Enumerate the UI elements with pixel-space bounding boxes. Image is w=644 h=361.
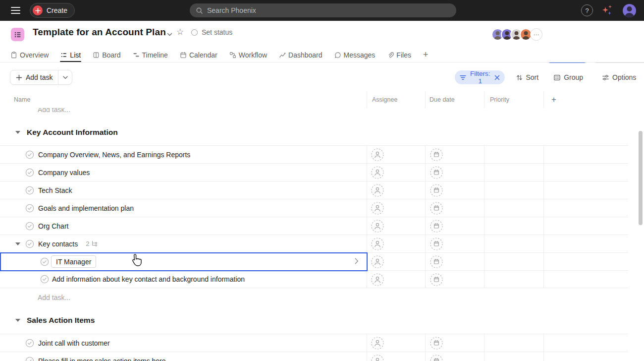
global-search[interactable] <box>190 3 456 17</box>
add-task-row[interactable]: Add task... <box>0 288 628 306</box>
options-button[interactable]: Options <box>602 73 636 81</box>
hamburger-menu-icon[interactable] <box>9 4 22 17</box>
collapse-triangle-icon[interactable] <box>15 319 20 322</box>
user-avatar[interactable] <box>623 4 636 17</box>
topbar-right: ? <box>581 0 636 21</box>
task-row[interactable]: Company Overview, News, and Earnings Rep… <box>0 145 628 163</box>
check-circle-icon[interactable] <box>25 186 34 195</box>
add-view-button[interactable]: + <box>423 48 429 62</box>
task-title: Org Chart <box>38 222 68 230</box>
check-circle-icon[interactable] <box>40 275 49 284</box>
assignee-placeholder-icon[interactable] <box>371 184 384 199</box>
filters-label: Filters: 1 <box>470 70 490 85</box>
check-circle-icon[interactable] <box>40 257 49 266</box>
column-header-due-date[interactable]: Due date <box>425 91 484 108</box>
help-button[interactable]: ? <box>581 4 593 16</box>
add-column-button[interactable]: + <box>543 91 628 108</box>
due-date-placeholder-icon[interactable] <box>430 166 443 181</box>
tab-overview[interactable]: Overview <box>10 48 49 62</box>
group-button[interactable]: Group <box>553 73 583 81</box>
tab-board[interactable]: Board <box>92 48 121 62</box>
task-row[interactable]: Please fill in more sales action items h… <box>0 352 628 361</box>
expand-triangle-icon[interactable] <box>15 242 20 245</box>
list-emoji-icon[interactable] <box>11 28 24 41</box>
search-icon <box>196 7 203 14</box>
task-row-key-contacts[interactable]: Key contacts 2 <box>0 235 628 252</box>
section-header-key-account-information[interactable]: Key Account Information <box>0 119 628 145</box>
due-date-placeholder-icon[interactable] <box>430 238 443 252</box>
collapse-triangle-icon[interactable] <box>15 131 20 134</box>
tab-dashboard[interactable]: Dashboard <box>278 48 323 62</box>
tab-workflow[interactable]: Workflow <box>229 48 268 62</box>
assignee-placeholder-icon[interactable] <box>371 255 384 270</box>
due-date-placeholder-icon[interactable] <box>430 337 443 352</box>
assignee-placeholder-icon[interactable] <box>371 202 384 217</box>
add-task-button[interactable]: Add task <box>10 70 58 84</box>
due-date-placeholder-icon[interactable] <box>430 202 443 217</box>
sort-label: Sort <box>526 73 539 81</box>
task-row-it-manager-selected[interactable]: IT Manager <box>0 252 628 270</box>
check-circle-icon[interactable] <box>25 339 34 348</box>
set-status-button[interactable]: Set status <box>191 28 232 36</box>
task-row[interactable]: Goals and implementation plan <box>0 199 628 217</box>
assignee-placeholder-icon[interactable] <box>371 166 384 181</box>
title-chevron-down-icon[interactable] <box>167 31 172 38</box>
due-date-placeholder-icon[interactable] <box>430 184 443 199</box>
tab-list[interactable]: List <box>60 48 81 62</box>
section-title: Sales Action Items <box>27 316 95 325</box>
clear-filter-x-icon[interactable] <box>494 75 500 80</box>
tab-timeline[interactable]: Timeline <box>132 48 168 62</box>
check-circle-icon[interactable] <box>25 168 34 177</box>
column-header-name[interactable]: Name <box>0 91 367 108</box>
open-task-chevron-right-icon[interactable] <box>355 258 359 264</box>
tab-label: Files <box>396 51 411 59</box>
tab-label: Overview <box>20 51 49 59</box>
favorite-star-icon[interactable]: ☆ <box>176 27 184 37</box>
tab-messages[interactable]: Messages <box>334 48 376 62</box>
sort-button[interactable]: Sort <box>516 73 539 81</box>
tab-label: Messages <box>344 51 376 59</box>
task-row[interactable]: Tech Stack <box>0 181 628 199</box>
question-mark-icon: ? <box>585 7 589 14</box>
assignee-placeholder-icon[interactable] <box>371 148 384 163</box>
assignee-placeholder-icon[interactable] <box>371 220 384 235</box>
toolbar-right: Filters: 1 Sort Group Options <box>455 70 644 84</box>
tab-files[interactable]: Files <box>386 48 412 62</box>
assignee-placeholder-icon[interactable] <box>371 355 384 361</box>
assignee-placeholder-icon[interactable] <box>371 273 384 288</box>
scrollbar-thumb[interactable] <box>639 131 643 225</box>
add-task-row[interactable]: Add task... <box>0 108 628 119</box>
due-date-placeholder-icon[interactable] <box>430 148 443 163</box>
task-row[interactable]: Org Chart <box>0 217 628 235</box>
section-header-sales-action-items[interactable]: Sales Action Items <box>0 306 628 334</box>
page-title: Template for an Account Plan <box>33 27 166 38</box>
status-circle-icon <box>191 29 198 36</box>
search-input[interactable] <box>207 6 450 14</box>
add-task-dropdown[interactable] <box>58 70 72 84</box>
check-circle-icon[interactable] <box>25 357 34 361</box>
task-row[interactable]: Company values <box>0 163 628 181</box>
filters-pill[interactable]: Filters: 1 <box>455 70 505 84</box>
subtask-count: 2 <box>86 240 98 247</box>
due-date-placeholder-icon[interactable] <box>430 273 443 288</box>
due-date-placeholder-icon[interactable] <box>430 255 443 270</box>
task-title: Key contacts <box>38 240 78 248</box>
create-button[interactable]: Create <box>30 3 75 18</box>
column-header-assignee[interactable]: Assignee <box>367 91 425 108</box>
check-circle-icon[interactable] <box>25 222 34 231</box>
check-circle-icon[interactable] <box>25 240 34 248</box>
due-date-placeholder-icon[interactable] <box>430 355 443 361</box>
assignee-placeholder-icon[interactable] <box>371 238 384 252</box>
column-header-priority[interactable]: Priority <box>484 91 543 108</box>
plus-icon: + <box>423 50 429 60</box>
task-name-edit-box[interactable]: IT Manager <box>51 255 96 268</box>
sparkles-ai-icon[interactable] <box>602 4 614 16</box>
more-members-button[interactable]: ⋯ <box>530 28 542 41</box>
task-row[interactable]: Add information about key contact and ba… <box>0 270 628 288</box>
check-circle-icon[interactable] <box>25 150 34 159</box>
task-row[interactable]: Joint call with customer <box>0 334 628 352</box>
check-circle-icon[interactable] <box>25 204 34 213</box>
tab-calendar[interactable]: Calendar <box>179 48 218 62</box>
due-date-placeholder-icon[interactable] <box>430 220 443 235</box>
assignee-placeholder-icon[interactable] <box>371 337 384 352</box>
